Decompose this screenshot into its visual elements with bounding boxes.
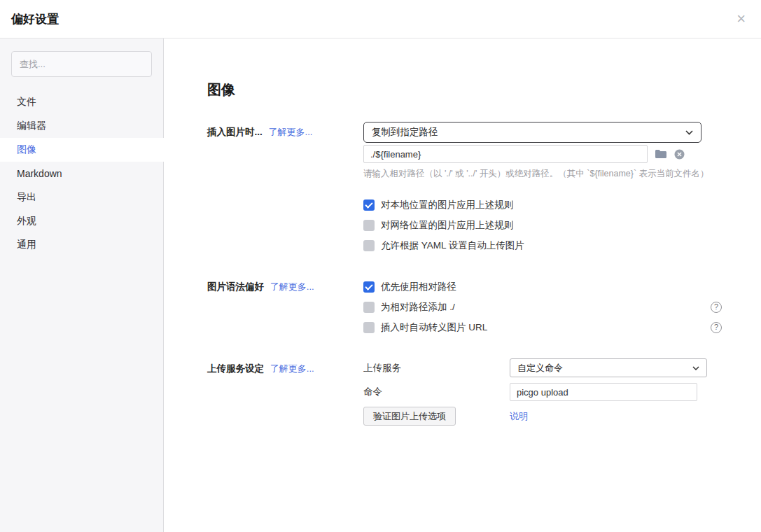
prefer-relative-path-checkbox[interactable] [363, 281, 375, 293]
upload-section-body: 上传服务 自定义命令 命令 验证图 [363, 358, 722, 431]
insert-learn-more-link[interactable]: 了解更多... [269, 127, 313, 137]
page-title: 图像 [207, 80, 726, 99]
help-icon[interactable]: ? [711, 302, 722, 313]
upload-section-label: 上传服务设定 [207, 363, 264, 374]
apply-web-images-label: 对网络位置的图片应用上述规则 [381, 219, 513, 232]
window-title: 偏好设置 [11, 11, 59, 27]
clear-icon[interactable] [674, 149, 685, 160]
upload-service-select-value: 自定义命令 [517, 362, 563, 374]
upload-service-row: 上传服务 自定义命令 [363, 358, 722, 377]
apply-web-images-checkbox[interactable] [363, 220, 375, 231]
command-input[interactable] [510, 383, 697, 401]
upload-service-section: 上传服务设定 了解更多... 上传服务 自定义命令 命令 [207, 358, 726, 431]
sidebar-item-general[interactable]: 通用 [0, 233, 163, 257]
main-content: 图像 插入图片时... 了解更多... 复制到指定路径 [164, 38, 761, 532]
sidebar: 文件 编辑器 图像 Markdown 导出 外观 通用 [0, 38, 164, 532]
sidebar-item-editor[interactable]: 编辑器 [0, 114, 163, 138]
validate-cell: 验证图片上传选项 [363, 407, 510, 426]
sidebar-nav: 文件 编辑器 图像 Markdown 导出 外观 通用 [0, 90, 163, 257]
escape-url-label: 插入时自动转义图片 URL [381, 321, 487, 334]
yaml-upload-label: 允许根据 YAML 设置自动上传图片 [381, 239, 524, 252]
sidebar-item-appearance[interactable]: 外观 [0, 209, 163, 233]
window-body: 文件 编辑器 图像 Markdown 导出 外观 通用 图像 插入图片时... … [0, 38, 761, 532]
sidebar-item-file[interactable]: 文件 [0, 90, 163, 114]
syntax-learn-more-link[interactable]: 了解更多... [270, 281, 314, 292]
prefer-relative-path-label: 优先使用相对路径 [381, 281, 456, 293]
add-dot-slash-checkbox[interactable] [363, 302, 375, 313]
upload-help-link[interactable]: 说明 [510, 410, 528, 423]
image-action-select-value: 复制到指定路径 [372, 126, 438, 139]
syntax-section-body: 优先使用相对路径 为相对路径添加 ./ ? 插入时自动转义图片 URL ? [363, 276, 722, 337]
image-action-select[interactable]: 复制到指定路径 [363, 122, 701, 143]
titlebar: 偏好设置 × [0, 0, 761, 38]
syntax-section-header: 图片语法偏好 了解更多... [207, 276, 363, 337]
insert-image-section: 插入图片时... 了解更多... 复制到指定路径 [207, 122, 726, 255]
close-icon[interactable]: × [732, 10, 750, 28]
preferences-window: 偏好设置 × 文件 编辑器 图像 Markdown 导出 外观 通用 图像 插入… [0, 0, 761, 532]
validate-upload-button[interactable]: 验证图片上传选项 [363, 407, 456, 426]
yaml-upload-checkbox[interactable] [363, 240, 375, 251]
insert-section-header: 插入图片时... 了解更多... [207, 122, 363, 255]
chevron-down-icon [685, 130, 693, 135]
upload-section-header: 上传服务设定 了解更多... [207, 358, 363, 431]
validate-row: 验证图片上传选项 说明 [363, 407, 722, 426]
folder-icon[interactable] [655, 149, 667, 159]
upload-service-label: 上传服务 [363, 362, 510, 374]
command-row: 命令 [363, 383, 722, 401]
sidebar-item-export[interactable]: 导出 [0, 186, 163, 209]
sidebar-item-image[interactable]: 图像 [0, 138, 164, 162]
image-syntax-section: 图片语法偏好 了解更多... 优先使用相对路径 为相对路径添加 ./ ? [207, 276, 726, 337]
syntax-section-label: 图片语法偏好 [207, 281, 264, 292]
apply-local-images-row: 对本地位置的图片应用上述规则 [363, 195, 722, 215]
apply-local-images-checkbox[interactable] [363, 200, 375, 211]
escape-url-row: 插入时自动转义图片 URL ? [363, 317, 722, 337]
copy-path-row [363, 145, 722, 163]
upload-learn-more-link[interactable]: 了解更多... [270, 363, 314, 374]
upload-service-select[interactable]: 自定义命令 [510, 358, 707, 377]
insert-checkbox-group: 对本地位置的图片应用上述规则 对网络位置的图片应用上述规则 允许根据 YAML … [363, 195, 722, 255]
insert-section-label: 插入图片时... [207, 127, 263, 137]
add-dot-slash-label: 为相对路径添加 ./ [381, 301, 455, 314]
command-label: 命令 [363, 386, 510, 398]
help-icon[interactable]: ? [711, 322, 722, 333]
copy-path-input[interactable] [363, 145, 648, 163]
path-help-text: 请输入相对路径（以 './' 或 '../' 开头）或绝对路径。（其中 `${f… [363, 168, 722, 180]
prefer-relative-path-row: 优先使用相对路径 [363, 276, 722, 297]
add-dot-slash-row: 为相对路径添加 ./ ? [363, 297, 722, 317]
yaml-upload-row: 允许根据 YAML 设置自动上传图片 [363, 235, 722, 255]
search-input[interactable] [11, 51, 152, 77]
escape-url-checkbox[interactable] [363, 322, 375, 333]
apply-web-images-row: 对网络位置的图片应用上述规则 [363, 215, 722, 235]
chevron-down-icon [692, 366, 699, 370]
apply-local-images-label: 对本地位置的图片应用上述规则 [381, 199, 513, 211]
sidebar-item-markdown[interactable]: Markdown [0, 162, 163, 186]
insert-section-body: 复制到指定路径 请输入相对路径（以 './ [363, 122, 722, 255]
